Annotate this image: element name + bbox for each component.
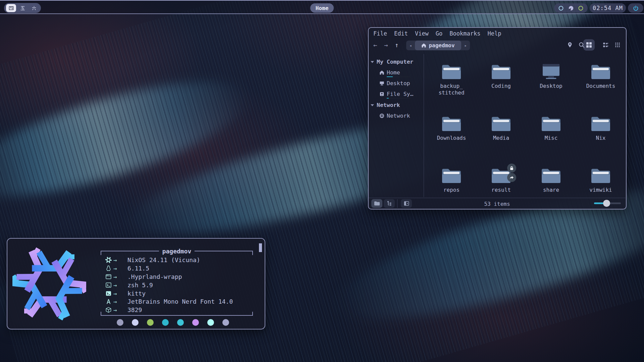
menu-edit[interactable]: Edit xyxy=(394,30,408,37)
fastfetch-row-terminal: → kitty xyxy=(105,289,253,298)
file-manager-window: File Edit View Go Bookmarks Help ← → ↑ ◂… xyxy=(368,27,627,209)
top-bar: 四 五 六 Home xyxy=(0,0,644,14)
menu-help[interactable]: Help xyxy=(487,30,501,37)
folder-icon xyxy=(441,167,462,184)
file-item-desktop[interactable]: Desktop xyxy=(526,58,576,110)
places-sidebar: My Computer Home Desktop xyxy=(369,54,424,197)
folder-icon xyxy=(441,115,462,132)
zoom-slider-handle[interactable] xyxy=(603,200,610,207)
shell-icon xyxy=(105,282,113,288)
file-item-coding[interactable]: Coding xyxy=(476,58,526,110)
fastfetch-row-wm: → .Hyprland-wrapp xyxy=(105,273,253,281)
file-item-backup-stitched[interactable]: backup_stitched xyxy=(427,58,476,110)
font-icon xyxy=(105,298,113,305)
palette-dot xyxy=(162,319,169,326)
globe-icon xyxy=(379,113,384,118)
palette-dot xyxy=(177,319,184,326)
box-corner xyxy=(252,312,253,316)
terminal-window: pagedmov → NixOS 24.11 (Vicuna) xyxy=(7,238,265,329)
folder-icon xyxy=(541,167,561,184)
file-item-nix[interactable]: Nix xyxy=(576,110,626,162)
status-bar: 53 items xyxy=(369,198,626,208)
home-icon xyxy=(421,43,426,48)
lock-emblem xyxy=(507,164,516,173)
sidebar-section-my-computer[interactable]: My Computer xyxy=(371,59,424,65)
toolbar: ← → ↑ ◂ pagedmov ▸ xyxy=(369,39,626,53)
disk-icon xyxy=(379,92,384,97)
palette-dot xyxy=(117,319,123,326)
fastfetch-panel: pagedmov → NixOS 24.11 (Vicuna) xyxy=(101,247,253,316)
workspace-4[interactable]: 四 xyxy=(6,4,16,12)
file-item-downloads[interactable]: Downloads xyxy=(427,110,476,162)
folder-icon xyxy=(590,115,611,132)
terminal-cursor xyxy=(259,243,262,252)
folder-icon xyxy=(491,115,512,132)
selection-underline xyxy=(387,76,410,77)
sidebar-item-home[interactable]: Home xyxy=(379,69,424,76)
palette-dot xyxy=(222,319,229,326)
sidebar-section-network[interactable]: Network xyxy=(371,102,424,108)
menu-file[interactable]: File xyxy=(373,30,387,37)
icon-view-button[interactable] xyxy=(583,39,595,51)
desktop-monitor-icon xyxy=(541,63,561,80)
path-scroll-left-button[interactable]: ◂ xyxy=(406,43,415,48)
fastfetch-title-line: pagedmov xyxy=(101,247,253,255)
workspace-switcher: 四 五 六 xyxy=(4,3,41,13)
folder-icon xyxy=(590,167,611,184)
clock: 02:54 AM xyxy=(590,3,626,13)
half-disc-icon xyxy=(568,5,574,11)
file-item-media[interactable]: Media xyxy=(476,110,526,162)
lock-icon xyxy=(509,166,514,171)
fastfetch-row-kernel: → 6.11.5 xyxy=(105,264,253,273)
kanji-four-icon xyxy=(8,5,14,11)
up-button[interactable]: ↑ xyxy=(395,41,398,49)
list-view-icon[interactable] xyxy=(602,42,609,48)
menu-go[interactable]: Go xyxy=(436,30,442,37)
active-window-title: Home xyxy=(310,3,334,13)
symlink-emblem xyxy=(507,173,516,182)
kanji-five-icon xyxy=(20,5,25,11)
palette-dot xyxy=(147,319,154,326)
box-corner xyxy=(101,312,101,316)
location-pin-icon[interactable] xyxy=(567,42,573,48)
fastfetch-row-font: → JetBrains Mono Nerd Font 14.0 xyxy=(105,297,253,306)
workspace-6[interactable]: 六 xyxy=(29,4,39,12)
sidebar-item-filesystem[interactable]: File Sy… xyxy=(379,91,424,97)
zoom-slider[interactable] xyxy=(594,202,621,204)
home-icon xyxy=(379,70,384,75)
folder-icon xyxy=(491,63,512,80)
item-count-label: 53 items xyxy=(369,201,626,207)
nixos-logo xyxy=(12,247,86,321)
back-button[interactable]: ← xyxy=(373,41,377,49)
file-item-documents[interactable]: Documents xyxy=(576,58,626,110)
compact-view-icon[interactable] xyxy=(614,42,621,48)
folder-icon xyxy=(590,63,611,80)
sidebar-item-desktop[interactable]: Desktop xyxy=(379,80,424,86)
fastfetch-title: pagedmov xyxy=(162,248,192,255)
fastfetch-bottom-border xyxy=(101,315,253,316)
folder-icon xyxy=(441,63,462,80)
power-button[interactable] xyxy=(628,3,643,13)
sidebar-item-network[interactable]: Network xyxy=(379,113,424,119)
path-segment-home[interactable]: pagedmov xyxy=(415,41,461,50)
window-icon xyxy=(105,274,113,280)
file-item-misc[interactable]: Misc xyxy=(526,110,576,162)
focus-underline xyxy=(387,98,410,99)
grid-view-icon xyxy=(586,42,592,48)
collapse-triangle-icon xyxy=(371,61,374,63)
kanji-six-icon xyxy=(31,5,37,11)
path-bar: ◂ pagedmov ▸ xyxy=(406,41,470,50)
status-indicators[interactable] xyxy=(554,3,588,13)
forward-button[interactable]: → xyxy=(384,41,388,49)
folder-icon xyxy=(541,115,561,132)
linux-icon xyxy=(105,265,113,272)
blue-ring-icon xyxy=(558,5,564,11)
menubar: File Edit View Go Bookmarks Help xyxy=(373,30,501,37)
menu-view[interactable]: View xyxy=(415,30,429,37)
fastfetch-row-os: → NixOS 24.11 (Vicuna) xyxy=(105,256,253,264)
path-scroll-right-button[interactable]: ▸ xyxy=(461,43,470,48)
workspace-5[interactable]: 五 xyxy=(17,4,28,12)
package-icon xyxy=(105,307,113,313)
green-ring-icon xyxy=(578,5,584,11)
menu-bookmarks[interactable]: Bookmarks xyxy=(449,30,480,37)
